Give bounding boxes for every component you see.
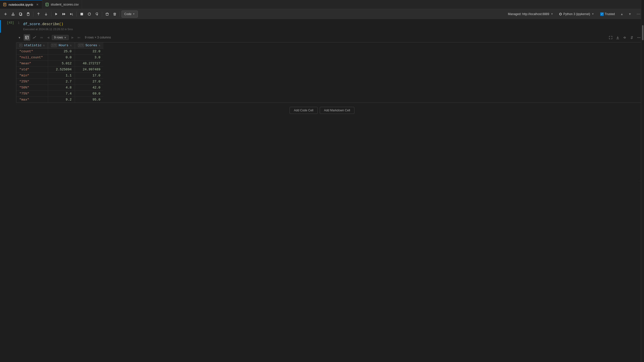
svg-line-12 — [13, 13, 14, 15]
main-content: [43] 1 df_score.describe() Executed at 2… — [0, 19, 644, 362]
cell-hours: 7.4 — [48, 91, 75, 97]
delete-button[interactable] — [111, 11, 118, 18]
tab-notebook-close[interactable]: ✕ — [36, 3, 39, 7]
scroll-down-button[interactable]: ▼ — [627, 11, 633, 17]
collapse-output-button[interactable]: ▾ — [16, 34, 23, 41]
prev-page-button[interactable]: ◀ — [45, 35, 51, 40]
cell-scores: 17.0 — [75, 73, 103, 79]
cell-hours: 2.7 — [48, 79, 75, 85]
toolbar-right: Managed: http://localhost:8889 ▼ Python … — [506, 11, 642, 18]
chart-view-button[interactable] — [31, 34, 38, 41]
expand-output-button[interactable] — [607, 34, 614, 41]
kernel-dropdown-icon: ▼ — [592, 13, 594, 15]
kernel-name-button[interactable]: Python 3 (ipykernel) ▼ — [557, 11, 596, 18]
table-row: "25%"2.727.0 — [16, 79, 103, 85]
col-header-statistic[interactable]: ≡ statistic ⇅ — [16, 42, 48, 49]
cell-scores: 3.0 — [75, 55, 103, 61]
table-row: "max"9.295.0 — [16, 97, 103, 103]
table-row: "50%"4.842.0 — [16, 85, 103, 91]
tab-csv-label: student_scores.csv — [51, 3, 79, 6]
move-down-button[interactable] — [43, 11, 50, 18]
first-page-button[interactable]: ⏮ — [39, 35, 44, 40]
statistic-sort-icon[interactable]: ⇅ — [43, 44, 45, 47]
kernel-url-button[interactable]: Managed: http://localhost:8889 ▼ — [506, 11, 555, 18]
trusted-label: Trusted — [605, 12, 615, 16]
cell-scores: 69.0 — [75, 91, 103, 97]
trusted-check-icon: ✓ — [600, 12, 604, 16]
cell-content[interactable]: df_score.describe() Executed at 2024.06.… — [21, 20, 644, 33]
cell-scores: 24.997489 — [75, 67, 103, 73]
cell-line-number: 1 — [16, 20, 21, 25]
svg-point-35 — [637, 14, 637, 14]
scrollbar-thumb[interactable] — [642, 25, 643, 40]
cell-number: [43] — [1, 20, 16, 25]
table-view-button[interactable] — [24, 34, 30, 41]
cell-scores: 27.0 — [75, 79, 103, 85]
next-page-button[interactable]: ▶ — [70, 35, 75, 40]
col-header-hours[interactable]: 123 Hours ⇅ — [48, 42, 75, 49]
cell-43: [43] 1 df_score.describe() Executed at 2… — [0, 19, 644, 34]
toolbar: Code ▼ Managed: http://localhost:8889 ▼ … — [0, 9, 644, 19]
download-output-button[interactable] — [614, 34, 621, 41]
link-output-button[interactable] — [628, 34, 635, 41]
svg-point-47 — [638, 37, 639, 38]
paste-button[interactable] — [25, 11, 32, 18]
table-row: "std"2.52509424.997489 — [16, 67, 103, 73]
col-hours-label: Hours — [59, 43, 68, 47]
tab-csv[interactable]: student_scores.csv — [42, 0, 82, 9]
output-toolbar: ▾ ⏮ ◀ 9 rows ▼ ▶ — [16, 34, 642, 41]
svg-point-37 — [639, 14, 640, 14]
stop-button[interactable] — [78, 11, 85, 18]
run-all-button[interactable] — [60, 11, 67, 18]
rows-selector[interactable]: 9 rows ▼ — [52, 35, 69, 40]
svg-marker-24 — [70, 13, 72, 15]
scroll-up-button[interactable]: ▲ — [619, 11, 625, 17]
cell-scores: 42.0 — [75, 85, 103, 91]
table-row: "null_count"0.03.0 — [16, 55, 103, 61]
cell-statistic: "count" — [16, 49, 48, 55]
code-method: describe — [42, 22, 59, 26]
svg-line-45 — [631, 37, 632, 38]
sep4 — [102, 12, 102, 17]
svg-rect-4 — [46, 3, 48, 6]
sep2 — [51, 12, 51, 17]
view-output-button[interactable] — [621, 34, 628, 41]
add-cell-button[interactable] — [2, 11, 9, 18]
move-up-button[interactable] — [35, 11, 42, 18]
code-variable: df_score — [23, 22, 40, 26]
tab-notebook[interactable]: noteboolkk.ipynb ✕ — [0, 0, 42, 9]
col-header-scores[interactable]: 123 Scores ⇅ — [75, 42, 103, 49]
hours-type-icon: 123 — [51, 44, 57, 47]
cell-code[interactable]: df_score.describe() — [21, 21, 644, 27]
copy-button[interactable] — [17, 11, 24, 18]
cell-scores: 22.0 — [75, 49, 103, 55]
scores-sort-icon[interactable]: ⇅ — [99, 44, 100, 47]
sep1 — [33, 12, 33, 17]
cell-hours: 5.012 — [48, 61, 75, 67]
run-cell-button[interactable] — [53, 11, 60, 18]
output-area: ▾ ⏮ ◀ 9 rows ▼ ▶ — [16, 34, 642, 103]
col-statistic-label: statistic — [24, 43, 42, 47]
trusted-button[interactable]: ✓ Trusted — [598, 11, 617, 18]
last-page-button[interactable]: ⏭ — [76, 35, 82, 40]
hours-sort-icon[interactable]: ⇅ — [70, 44, 72, 47]
resize-handle[interactable]: ⋮ — [639, 180, 642, 182]
restart-run-button[interactable] — [93, 11, 100, 18]
data-table: ≡ statistic ⇅ 123 Hours ⇅ — [16, 42, 642, 103]
bottom-buttons: Add Code Cell Add Markdown Cell — [0, 103, 644, 118]
sep5 — [120, 12, 120, 17]
notebook-icon — [3, 3, 7, 7]
run-all-below-button[interactable] — [68, 11, 75, 18]
cell-type-dropdown[interactable]: Code ▼ — [122, 11, 138, 18]
clear-button[interactable] — [104, 11, 111, 18]
tab-bar: noteboolkk.ipynb ✕ student_scores.csv — [0, 0, 644, 9]
statistic-type-icon: ≡ — [19, 44, 22, 47]
cut-button[interactable] — [10, 11, 17, 18]
col-scores-label: Scores — [86, 43, 97, 47]
add-markdown-cell-button[interactable]: Add Markdown Cell — [320, 107, 354, 114]
restart-button[interactable] — [86, 11, 93, 18]
dropdown-arrow-icon: ▼ — [133, 13, 135, 15]
add-code-cell-button[interactable]: Add Code Cell — [290, 107, 317, 114]
cell-statistic: "null_count" — [16, 55, 48, 61]
table-row: "mean"5.01248.272727 — [16, 61, 103, 67]
